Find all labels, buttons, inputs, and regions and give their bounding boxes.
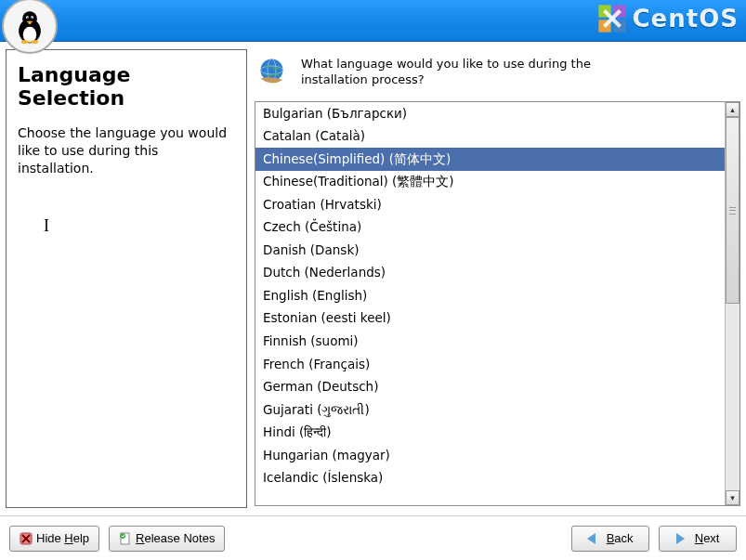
language-option[interactable]: Czech (Čeština): [255, 216, 725, 240]
distro-mascot-badge: [2, 0, 58, 54]
language-option[interactable]: English (English): [255, 284, 725, 307]
next-button[interactable]: Next: [659, 526, 737, 552]
language-option[interactable]: Dutch (Nederlands): [255, 262, 725, 285]
help-panel: Language Selection Choose the language y…: [6, 49, 247, 508]
arrow-right-icon: [676, 533, 685, 544]
brand-area: CentOS: [597, 4, 739, 33]
back-button[interactable]: Back: [571, 526, 649, 552]
scroll-down-button[interactable]: ▾: [726, 490, 739, 505]
release-notes-button[interactable]: Release Notes: [109, 526, 225, 552]
hide-help-icon: [20, 532, 33, 545]
globe-icon: [256, 55, 290, 88]
language-option[interactable]: Chinese(Simplified) (简体中文): [255, 148, 725, 171]
prompt-row: What language would you like to use duri…: [255, 49, 740, 101]
language-option[interactable]: Croatian (Hrvatski): [255, 193, 725, 216]
brand-name: CentOS: [633, 5, 739, 33]
prompt-text: What language would you like to use duri…: [301, 55, 654, 88]
language-option[interactable]: French (Français): [255, 353, 725, 376]
header-bar: CentOS: [0, 0, 746, 42]
language-option[interactable]: Icelandic (Íslenska): [255, 467, 725, 490]
svg-point-23: [120, 533, 125, 539]
svg-point-8: [21, 40, 29, 44]
svg-point-9: [31, 40, 38, 44]
svg-point-6: [32, 17, 33, 18]
penguin-icon: [10, 7, 49, 46]
content-panel: What language would you like to use duri…: [251, 42, 746, 515]
release-notes-icon: [119, 532, 132, 545]
main-content: Language Selection Choose the language y…: [0, 42, 746, 515]
language-option[interactable]: Danish (Dansk): [255, 239, 725, 262]
svg-point-5: [27, 17, 28, 18]
scroll-up-button[interactable]: ▴: [726, 102, 739, 117]
help-text: Choose the language you would like to us…: [18, 124, 235, 177]
language-list-container: Bulgarian (Български)Catalan (Català)Chi…: [255, 101, 740, 506]
language-option[interactable]: Hindi (हिन्दी): [255, 422, 725, 445]
language-option[interactable]: Estonian (eesti keel): [255, 307, 725, 331]
language-list[interactable]: Bulgarian (Български)Catalan (Català)Chi…: [255, 102, 725, 505]
language-option[interactable]: Hungarian (magyar): [255, 444, 725, 467]
language-option[interactable]: Bulgarian (Български): [255, 102, 725, 125]
language-option[interactable]: Catalan (Català): [255, 125, 725, 149]
footer-toolbar: Hide Help Release Notes Back Next: [0, 515, 746, 560]
centos-logo-icon: [597, 4, 627, 33]
hide-help-button[interactable]: Hide Help: [9, 526, 99, 552]
language-option[interactable]: Gujarati (ગુજરાતી): [255, 398, 725, 422]
scroll-thumb[interactable]: [726, 117, 739, 304]
arrow-left-icon: [587, 533, 595, 544]
scrollbar[interactable]: ▴ ▾: [725, 102, 739, 505]
text-cursor-caret: I: [44, 216, 49, 236]
language-option[interactable]: Finnish (suomi): [255, 330, 725, 353]
scroll-track[interactable]: [726, 117, 739, 490]
language-option[interactable]: German (Deutsch): [255, 376, 725, 399]
page-title: Language Selection: [18, 63, 235, 110]
language-option[interactable]: Chinese(Traditional) (繁體中文): [255, 171, 725, 194]
